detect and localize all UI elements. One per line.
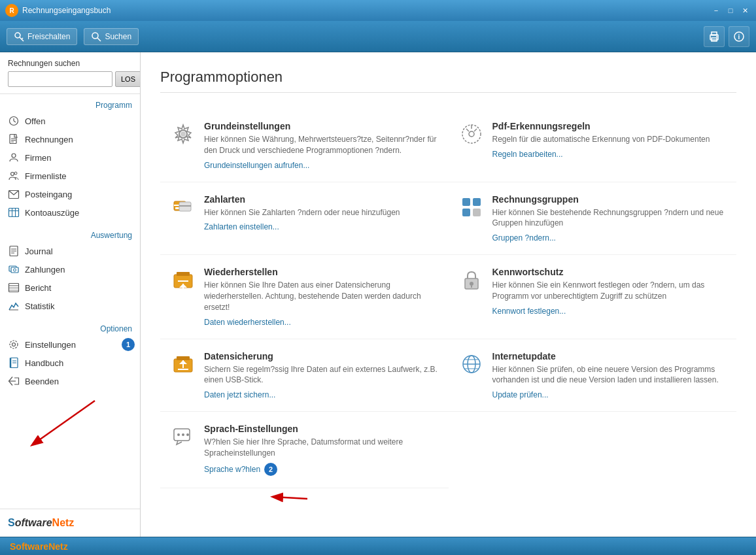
sidebar-item-beenden[interactable]: Beenden: [0, 372, 140, 390]
options-grid: Grundeinstellungen Hier können Sie Währu…: [160, 109, 736, 488]
sidebar-item-statistik[interactable]: Statistik: [0, 297, 140, 315]
svg-rect-35: [9, 284, 19, 292]
sidebar-item-zahlungen[interactable]: Zahlungen: [0, 260, 140, 278]
wiederherstellen-title: Wiederherstellen: [204, 267, 439, 277]
freischalten-button[interactable]: Freischalten: [7, 28, 77, 45]
payment-icon: [170, 194, 196, 220]
datensicherung-link[interactable]: Daten jetzt sichern...: [204, 390, 275, 399]
svg-rect-33: [11, 267, 18, 273]
window-controls: − □ ✕: [710, 5, 751, 16]
sidebar-programm-label: Programm: [0, 97, 140, 112]
bericht-icon: [8, 282, 20, 294]
key-icon: [14, 31, 24, 42]
zahlarten-link[interactable]: Zahlarten einstellen...: [204, 222, 279, 231]
journal-icon: [8, 245, 20, 257]
wiederherstellen-link[interactable]: Daten wiederherstellen...: [204, 318, 291, 327]
search-section: Rechnungen suchen LOS: [0, 52, 140, 94]
sidebar-programm-section: Programm Offen: [0, 94, 140, 224]
sprach-desc: W?hlen Sie hier Ihre Sprache, Datumsform…: [204, 437, 439, 459]
datensicherung-desc: Sichern Sie regelm?ssig Ihre Daten auf e…: [204, 364, 439, 386]
annotation-1: 1: [122, 338, 135, 351]
minimize-button[interactable]: −: [710, 5, 722, 16]
coins-icon: [8, 263, 20, 275]
sidebar-item-rechnungen[interactable]: Rechnungen: [0, 130, 140, 148]
rechnungsgruppen-desc: Hier können Sie bestehende Rechnungsgrup…: [492, 207, 727, 229]
grundeinstellungen-desc: Hier können Sie Währung, Mehrwertsteuers…: [204, 134, 439, 156]
speech-icon: [170, 424, 196, 450]
maximize-button[interactable]: □: [725, 5, 736, 16]
search-input[interactable]: [8, 71, 112, 87]
svg-rect-64: [177, 272, 190, 276]
restore-icon: [170, 267, 196, 293]
info-icon: i: [733, 31, 745, 42]
info-button[interactable]: i: [729, 26, 749, 47]
svg-line-4: [22, 38, 23, 39]
sprach-title: Sprach-Einstellungen: [204, 424, 439, 434]
sidebar-item-offen[interactable]: Offen: [0, 112, 140, 130]
option-grundeinstellungen: Grundeinstellungen Hier können Sie Währu…: [160, 109, 449, 182]
search-icon: [91, 31, 101, 42]
option-pdf: Pdf-Erkennungsregeln Regeln für die auto…: [449, 109, 737, 182]
svg-point-40: [12, 343, 16, 346]
svg-point-41: [10, 341, 18, 348]
datensicherung-title: Datensicherung: [204, 351, 439, 362]
sidebar-item-posteingang[interactable]: Posteingang: [0, 185, 140, 203]
pdf-icon: [458, 121, 485, 147]
sidebar-item-firmen[interactable]: Firmen: [0, 148, 140, 167]
kennwortschutz-title: Kennwortschutz: [492, 267, 727, 277]
sidebar-item-bericht[interactable]: Bericht: [0, 278, 140, 297]
pdf-link[interactable]: Regeln bearbeiten...: [492, 150, 563, 159]
svg-rect-24: [9, 209, 19, 217]
sidebar-item-firmenliste[interactable]: Firmenliste: [0, 167, 140, 185]
internetupdate-desc: Hier können Sie prüfen, ob eine neuere V…: [492, 364, 727, 386]
internet-icon: [458, 351, 485, 377]
svg-rect-61: [462, 209, 470, 216]
zahlarten-desc: Hier können Sie Zahlarten ?ndern oder ne…: [204, 207, 439, 218]
suchen-button[interactable]: Suchen: [84, 28, 139, 45]
grundeinstellungen-link[interactable]: Grundeinstellungen aufrufen...: [204, 161, 309, 170]
search-label: Rechnungen suchen: [8, 59, 132, 68]
svg-rect-59: [462, 198, 470, 206]
doc-icon: [8, 133, 20, 145]
option-datensicherung: Datensicherung Sichern Sie regelm?ssig I…: [160, 339, 449, 412]
option-wiederherstellen: Wiederherstellen Hier können Sie Ihre Da…: [160, 255, 449, 339]
print-icon: [708, 31, 720, 42]
svg-point-80: [182, 433, 184, 436]
sidebar: Rechnungen suchen LOS Programm: [0, 52, 141, 537]
zahlarten-title: Zahlarten: [204, 194, 439, 205]
sidebar-item-handbuch[interactable]: Handbuch: [0, 354, 140, 372]
persons-icon: [8, 170, 20, 182]
titlebar: R Rechnungseingangsbuch − □ ✕: [0, 0, 756, 21]
svg-rect-8: [712, 32, 717, 35]
svg-text:i: i: [738, 33, 740, 41]
svg-line-15: [14, 121, 16, 122]
sprach-link[interactable]: Sprache w?hlen: [204, 465, 260, 474]
rechnungsgruppen-link[interactable]: Gruppen ?ndern...: [492, 233, 556, 243]
close-button[interactable]: ✕: [739, 5, 751, 16]
svg-point-10: [716, 36, 717, 37]
statusbar-logo: SoftwareNetz: [10, 541, 68, 552]
svg-point-22: [14, 172, 17, 175]
toolbar: Freischalten Suchen i: [0, 21, 756, 52]
search-button[interactable]: LOS: [115, 71, 141, 87]
person-icon: [8, 152, 20, 163]
sidebar-auswertung-section: Auswertung Journal: [0, 224, 140, 318]
app-logo: R: [5, 4, 18, 17]
svg-point-79: [177, 433, 180, 436]
sidebar-optionen-section: Optionen Einstellungen 1: [0, 318, 140, 393]
kennwortschutz-link[interactable]: Kennwort festlegen...: [492, 307, 566, 316]
sidebar-item-kontoauszuge[interactable]: Kontoauszüge: [0, 203, 140, 222]
statusbar: SoftwareNetz: [0, 537, 756, 555]
sidebar-item-einstellungen[interactable]: Einstellungen 1: [0, 335, 140, 354]
svg-point-81: [186, 433, 189, 436]
chart-icon: [8, 300, 20, 312]
rechnungsgruppen-title: Rechnungsgruppen: [492, 194, 727, 205]
internetupdate-link[interactable]: Update prüfen...: [492, 390, 549, 399]
table-icon: [8, 207, 20, 218]
svg-rect-56: [175, 207, 179, 209]
sidebar-item-journal[interactable]: Journal: [0, 242, 140, 260]
svg-point-20: [12, 154, 16, 158]
print-button[interactable]: [704, 26, 725, 47]
sidebar-logo: SoftwareNetz: [0, 509, 140, 537]
kennwortschutz-desc: Hier können Sie ein Kennwort festlegen o…: [492, 280, 727, 302]
